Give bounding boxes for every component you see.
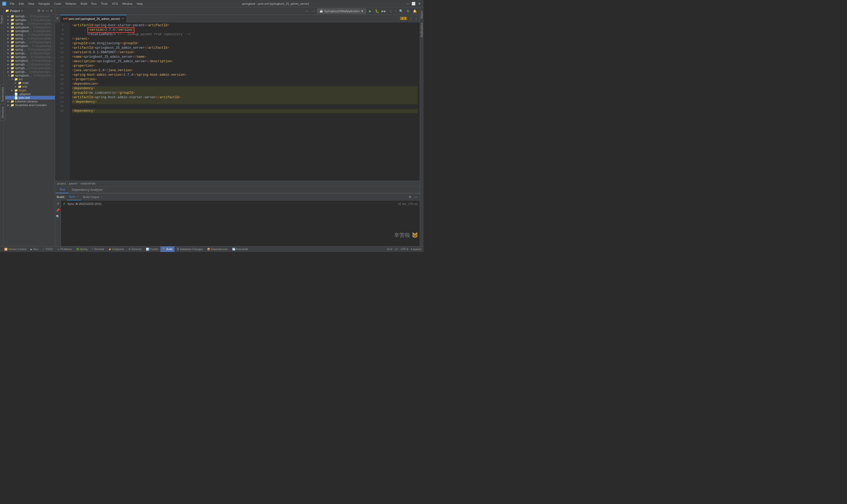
tree-item-target[interactable]: ▶📁target (4, 88, 55, 92)
run-coverage-btn[interactable]: ▶▶ (381, 8, 387, 14)
tree-item-.gitignore[interactable]: 📄.gitignore (4, 92, 55, 96)
line-num-13: 13 (55, 50, 64, 55)
status-tab-terminal[interactable]: > Terminal (90, 247, 106, 252)
menu-code[interactable]: Code (52, 2, 63, 6)
status-tab-spring[interactable]: 🌿 Spring (74, 247, 90, 252)
status-tab-problems[interactable]: ⚠ Problems (55, 247, 74, 252)
tree-item-springboot_13_configuration[interactable]: ▶📁springboot_13_configurationD:\DingJiax… (4, 29, 55, 33)
status-tab-run[interactable]: ▶ Run (28, 247, 40, 252)
tree-item-springboot_12_hot_deploy[interactable]: ▶📁springboot_12_hot_deployD:\DingJiaxion… (4, 25, 55, 29)
breadcrumb-project[interactable]: project (57, 182, 66, 185)
menu-refactor[interactable]: Refactor (64, 2, 78, 6)
tree-item-test[interactable]: ▶📁test (4, 85, 55, 88)
project-layout-btn[interactable]: ≡ (41, 8, 44, 13)
tree-item-springboot_22_task[interactable]: ▶📁springboot_22_taskD:\DingJiaxiong\Idea… (4, 62, 55, 66)
project-expand-btn[interactable]: — (45, 8, 49, 13)
tree-item-springboot_18_es[interactable]: ▶📁springboot_18_esD:\DingJiaxiong\IdeaPr… (4, 48, 55, 51)
minimize-button[interactable]: — (406, 2, 410, 5)
menu-edit[interactable]: Edit (17, 2, 26, 6)
dependency-tab[interactable]: Dependency Analyzer (69, 186, 106, 193)
run-config-selector[interactable]: ☕ Springboot24MqApplication ▼ (317, 8, 366, 14)
project-tab[interactable]: Project (0, 15, 3, 23)
status-tab-dependencies[interactable]: 📦 Dependencies (205, 247, 230, 252)
run-config-dropdown[interactable]: ▼ (361, 10, 364, 13)
tree-item-springboot_16_redis[interactable]: ▶📁springboot_16_redisD:\DingJiaxiong\Ide… (4, 40, 55, 44)
structure-tab[interactable]: Structure (0, 104, 5, 121)
menu-tools[interactable]: Tools (99, 2, 110, 6)
close-button[interactable]: ✕ (418, 2, 421, 5)
tree-item-main[interactable]: ▶📁main (4, 81, 55, 85)
build-rerun-btn[interactable]: ↺ (56, 201, 60, 206)
maven-tab[interactable]: Maven (420, 11, 423, 19)
tree-item-springboot_23_mail[interactable]: ▶📁springboot_23_mailD:\DingJiaxiong\Idea… (4, 66, 55, 70)
status-tab-version-control[interactable]: 🔀 Version Control (2, 247, 28, 252)
tree-item-springboot_09_config[interactable]: ▶📁springboot_09_configD:\DingJiaxiong\Id… (4, 14, 55, 18)
tree-item-springboot_10_profiles[interactable]: ▶📁springboot_10_profilesD:\DingJiaxiong\… (4, 18, 55, 22)
bookmarks-tab[interactable]: Bookmarks (0, 85, 5, 104)
tab-more-btn[interactable]: ⋮ (408, 16, 413, 21)
tree-item-scratches-and-consoles[interactable]: ▶📁Scratches and Consoles (4, 103, 55, 107)
tree-item-springboot_20_jetcache[interactable]: ▶📁springboot_20_jetcacheD:\DingJiaxiong\… (4, 55, 55, 59)
debug-btn[interactable]: 🐛 (374, 8, 380, 14)
tree-item-springboot_19_cache[interactable]: ▶📁springboot_19_cacheD:\DingJiaxiong\Ide… (4, 51, 55, 55)
sync-tab[interactable]: Sync ✕ (67, 194, 81, 200)
menu-help[interactable]: Help (135, 2, 145, 6)
status-tab-endpoints[interactable]: ⚡ Endpoints (106, 247, 126, 252)
status-tab-database-changes[interactable]: 🗄 Database Changes (175, 247, 205, 252)
tree-icon: 📁 (11, 44, 14, 48)
breadcrumb-relativepath[interactable]: relativePath (80, 182, 96, 185)
nav-back-btn[interactable]: ← (304, 8, 310, 14)
tree-item-springboot_24_mq[interactable]: ▶📁springboot_24_mqD:\DingJiaxiong\IdeaPr… (4, 70, 55, 74)
tab-collapse-btn[interactable]: ↓ (413, 16, 419, 21)
build-pin-btn[interactable]: 📌 (56, 208, 60, 213)
settings-btn[interactable]: ⚙ (405, 8, 411, 14)
breadcrumb-parent[interactable]: parent (69, 182, 77, 185)
project-dropdown[interactable]: ▼ (21, 10, 23, 12)
sync-tab-close[interactable]: ✕ (77, 195, 79, 198)
status-tab-auto-build[interactable]: 🔄 Auto-build (230, 247, 250, 252)
line-num-12: 12 (55, 46, 64, 50)
tree-item-springboot_25_admin_server[interactable]: ▼📁springboot_25_admin_serverD:\DingJiaxi… (4, 74, 55, 77)
more-run-btn[interactable]: ⋮ (388, 8, 394, 14)
tree-item-pom.xml[interactable]: 📄pom.xml (4, 96, 55, 100)
build-filter-btn[interactable]: 🔍 (56, 214, 60, 219)
nav-fwd-btn[interactable]: → (311, 8, 316, 14)
code-content[interactable]: <artifactId>spring-boot-starter-parent</… (70, 22, 420, 181)
tree-item-springboot_15_sql[interactable]: ▶📁springboot_15_sqlD:\DingJiaxiong\IdeaP… (4, 37, 55, 40)
notifications-btn[interactable]: 🔔 (412, 8, 418, 14)
menu-build[interactable]: Build (79, 2, 89, 6)
status-tab-todo[interactable]: ✓ TODO (40, 247, 55, 252)
tree-item-springboot_11_log[interactable]: ▶📁springboot_11_logD:\DingJiaxiong\IdeaP… (4, 22, 55, 25)
run-btn[interactable]: ▶ (367, 8, 373, 14)
menu-run[interactable]: Run (89, 2, 98, 6)
build-collapse-btn[interactable]: — (413, 195, 418, 199)
menu-vcs[interactable]: VCS (110, 2, 120, 6)
project-close-btn[interactable]: ✕ (50, 8, 53, 13)
status-tab-build[interactable]: 🔨 Build (160, 247, 175, 252)
project-settings-btn[interactable]: ⚙ (37, 8, 41, 13)
tree-item-springboot_17_mongodb[interactable]: ▶📁springboot_17_mongodbD:\DingJiaxiong\I… (4, 44, 55, 48)
status-tab-services[interactable]: ⚙ Services (126, 247, 144, 252)
tree-item-external-libraries[interactable]: ▶📁External Libraries (4, 100, 55, 103)
tree-item-springboot_21_j2cache[interactable]: ▶📁springboot_21_j2cacheD:\DingJiaxiong\I… (4, 59, 55, 62)
build-output-tab[interactable]: Build Output ✕ (81, 194, 105, 200)
line-num-24: 24 (55, 100, 64, 104)
menu-navigate[interactable]: Navigate (37, 2, 52, 6)
status-tab-profiler[interactable]: 📊 Profiler (144, 247, 160, 252)
maximize-button[interactable]: ⬜ (412, 2, 416, 5)
menu-file[interactable]: File (8, 2, 16, 6)
menu-view[interactable]: View (26, 2, 36, 6)
search-btn[interactable]: 🔍 (398, 8, 404, 14)
build-settings-btn[interactable]: ⚙ (408, 195, 412, 199)
text-tab[interactable]: Text (56, 186, 69, 193)
left-vert-tabs: Bookmarks Structure (0, 85, 5, 121)
tree-item-springboot_14_test[interactable]: ▶📁springboot_14_testD:\DingJiaxiong\Idea… (4, 33, 55, 37)
notifications-tab[interactable]: Notifications (420, 23, 423, 37)
status-label: Version Control (8, 248, 26, 251)
build-output-close[interactable]: ✕ (100, 196, 102, 198)
tree-item-src[interactable]: ▼📁src (4, 77, 55, 81)
tab-close-btn[interactable]: ✕ (122, 17, 124, 20)
window-controls[interactable]: — ⬜ ✕ (406, 2, 421, 5)
menu-window[interactable]: Window (121, 2, 134, 6)
pom-xml-tab[interactable]: xml pom.xml (springboot_25_admin_server)… (60, 15, 127, 22)
